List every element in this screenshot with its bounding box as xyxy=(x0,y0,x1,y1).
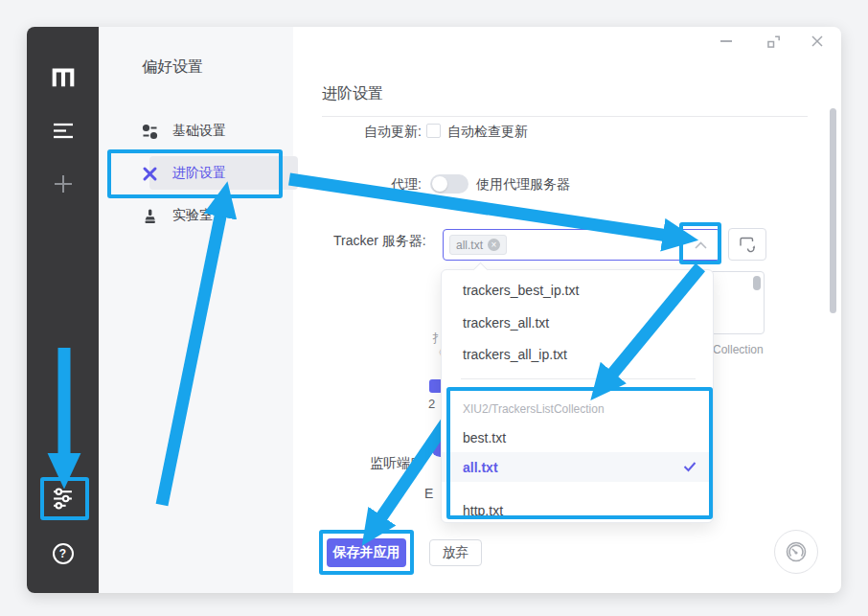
speedometer-icon xyxy=(784,539,809,564)
tag-close-icon[interactable]: × xyxy=(488,239,500,251)
annotation-box-dropdown-group xyxy=(446,387,713,519)
auto-update-label: 自动更新: xyxy=(364,124,422,141)
letter-fragment: E xyxy=(424,486,433,501)
proxy-label: 代理: xyxy=(391,176,422,194)
discard-button-label: 放弃 xyxy=(443,544,469,561)
tracker-tag: all.txt × xyxy=(449,235,507,255)
auto-check-update-checkbox[interactable] xyxy=(426,124,441,138)
page-title: 进阶设置 xyxy=(322,84,383,104)
auto-check-update-text: 自动检查更新 xyxy=(447,124,528,141)
tag-text: all.txt xyxy=(456,239,483,252)
number-fragment: 2 xyxy=(428,397,435,411)
maximize-icon xyxy=(766,34,781,49)
title-divider xyxy=(322,116,808,117)
sync-tracker-button[interactable] xyxy=(728,228,766,261)
annotation-box-advanced-settings xyxy=(107,149,283,198)
toggle-knob xyxy=(432,176,447,192)
tracker-label: Tracker 服务器: xyxy=(333,233,426,250)
discard-button[interactable]: 放弃 xyxy=(429,539,482,566)
preferences-panel: 偏好设置 基础设置 进阶设置 实验室 xyxy=(99,27,293,593)
maximize-button[interactable] xyxy=(763,31,784,52)
lab-icon xyxy=(142,208,158,224)
close-button[interactable] xyxy=(807,31,828,52)
menu-label: 实验室 xyxy=(172,207,213,224)
annotation-box-chevron xyxy=(679,222,721,264)
app-window: ? 偏好设置 基础设置 进阶设置 实验室 进阶设置 自动更新: 自动检查更 xyxy=(27,27,841,593)
annotation-box-save xyxy=(319,530,414,575)
preferences-title: 偏好设置 xyxy=(142,57,203,78)
annotation-box-sidebar-settings xyxy=(40,477,89,520)
speed-limit-button[interactable] xyxy=(774,530,818,574)
listen-port-label: 监听端口 xyxy=(370,455,423,472)
dropdown-item[interactable]: trackers_all.txt xyxy=(463,315,549,331)
dropdown-item[interactable]: trackers_best_ip.txt xyxy=(463,283,579,298)
close-icon xyxy=(811,34,824,48)
minimize-button[interactable] xyxy=(716,31,737,52)
hint-fragment-right: Collection xyxy=(713,343,764,356)
sync-tracker-icon xyxy=(739,236,757,253)
sidebar-item-lab[interactable]: 实验室 xyxy=(142,206,213,225)
basic-settings-icon xyxy=(142,124,158,140)
dropdown-divider xyxy=(461,378,696,379)
task-list-icon[interactable] xyxy=(27,123,99,143)
menu-label: 基础设置 xyxy=(172,123,226,140)
textarea-scrollbar-thumb[interactable] xyxy=(753,276,761,290)
help-glyph: ? xyxy=(55,547,72,560)
proxy-text: 使用代理服务器 xyxy=(476,176,570,194)
minimize-icon xyxy=(720,40,732,42)
dropdown-item[interactable]: trackers_all_ip.txt xyxy=(463,347,567,362)
help-icon[interactable]: ? xyxy=(27,543,99,568)
add-task-icon[interactable] xyxy=(27,172,99,199)
main-scrollbar-thumb[interactable] xyxy=(830,108,836,313)
proxy-toggle[interactable] xyxy=(430,174,468,194)
sidebar-item-basic-settings[interactable]: 基础设置 xyxy=(142,122,226,141)
motrix-logo xyxy=(27,64,99,93)
